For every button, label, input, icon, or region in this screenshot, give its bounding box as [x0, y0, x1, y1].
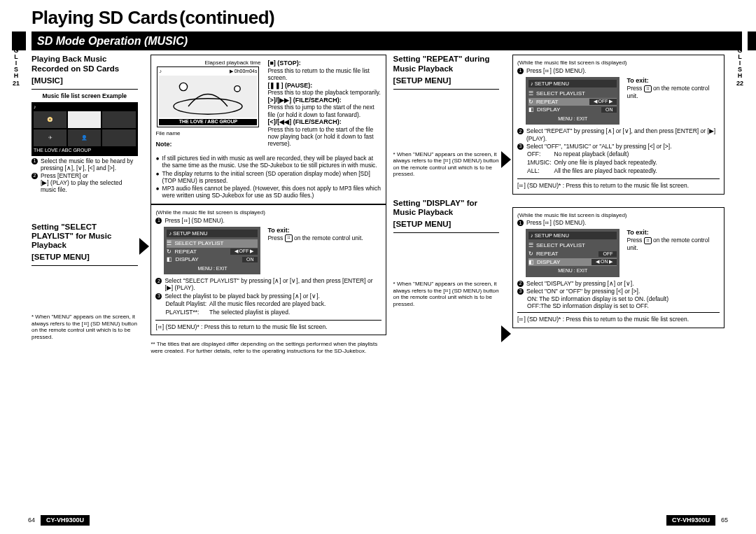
- step-text: Press [⠶] (SD MENU).: [526, 219, 586, 226]
- menu-footnote: * When "MENU" appears on the screen, it …: [31, 314, 138, 340]
- btn-stop: [■] (STOP):: [267, 59, 381, 67]
- to-exit-label: To exit:: [626, 229, 720, 237]
- step-text: Select "REPEAT" by pressing [∧] or [∨], …: [526, 127, 720, 141]
- to-exit-label: To exit:: [267, 227, 363, 234]
- step-text: Select "OFF", "1MUSIC" or "ALL" by press…: [526, 143, 672, 150]
- btn-back: [<]/[◀◀] (FILE/SEARCH):: [267, 118, 381, 126]
- thumb: [102, 129, 135, 146]
- step-text: Select the playlist to be played back by…: [164, 293, 319, 300]
- arrow-icon: [139, 238, 149, 255]
- to-exit-text: Press ⠶ on the remote control unit.: [267, 234, 363, 242]
- step-text: Select the music file to be heard by pre…: [41, 157, 138, 171]
- heading-playback: Playing Back Music Recorded on SD Cards: [31, 55, 138, 73]
- thumb: ✈: [34, 129, 66, 146]
- model-badge: CY-VH9300U: [41, 515, 90, 526]
- section-bar: SD Mode Operation (MUSIC): [31, 31, 742, 50]
- context-note: (While the music file list screen is dis…: [517, 59, 720, 66]
- heading-display: Setting "DISPLAY" for Music Playback: [393, 199, 500, 217]
- to-exit-text: Press ⠶ on the remote control unit.: [626, 237, 720, 251]
- return-note: [⠶] (SD MENU)* : Press this to return to…: [517, 316, 720, 323]
- label-elapsed: Elapsed playback time: [155, 59, 260, 66]
- to-exit-text: Press ⠶ on the remote control unit.: [626, 85, 720, 99]
- heading-playback-tag: [MUSIC]: [31, 76, 138, 86]
- step-text: Select "ON" or "OFF" by pressing [<] or …: [526, 288, 640, 295]
- thumb: 📀: [34, 111, 66, 128]
- svg-point-2: [234, 86, 240, 92]
- model-badge: CY-VH9300U: [666, 515, 715, 526]
- step-text: Select "SELECT PLAYLIST" by pressing [∧]…: [164, 277, 381, 291]
- context-note: (While the music file list screen is dis…: [155, 209, 381, 216]
- menu-footnote: * When "MENU" appears on the screen, it …: [393, 281, 500, 307]
- setup-menu-screen: ♪ SETUP MENU ☰SELECT PLAYLIST ↻REPEAT◀ O…: [164, 227, 260, 274]
- context-note: (While the music file list screen is dis…: [517, 212, 720, 219]
- step-text: Press [ENTER] or[▶] (PLAY) to play the s…: [41, 172, 138, 194]
- page-title: Playing SD Cards (continued): [31, 7, 742, 29]
- thumb: [68, 111, 101, 128]
- heading-select-playlist-tag: [SETUP MENU]: [31, 253, 138, 262]
- btn-fwd: [>]/[▶▶] (FILE/SEARCH):: [267, 97, 381, 104]
- step-text: Press [⠶] (SD MENU).: [526, 67, 586, 74]
- now-playing-screen: ♪▶ 0h00m04s THE LOVE / ABC GROUP: [157, 66, 259, 127]
- svg-point-0: [174, 99, 242, 114]
- return-note: [⠶] (SD MENU)* : Press this to return to…: [155, 323, 381, 330]
- page-number-right: 65: [721, 517, 728, 524]
- arrow-icon: [501, 325, 511, 342]
- footnote: ** The titles that are displayed differ …: [150, 341, 386, 354]
- to-exit-label: To exit:: [626, 77, 720, 85]
- btn-pause: [❚❚] (PAUSE):: [267, 82, 381, 90]
- step-text: Press [⠶] (SD MENU).: [164, 217, 224, 224]
- svg-point-1: [180, 83, 188, 91]
- file-list-screen: ♪ 📀 ✈ 👤 THE LOVE / ABC GROUP: [31, 102, 138, 156]
- thumb: [102, 111, 135, 128]
- heading-repeat-tag: [SETUP MENU]: [393, 76, 500, 86]
- thumb: 👤: [68, 129, 101, 146]
- note-heading: Note:: [155, 141, 260, 148]
- example-label: Music file list screen Example: [31, 92, 138, 99]
- return-note: [⠶] (SD MENU)* : Press this to return to…: [517, 182, 720, 189]
- page-number-left: 64: [28, 517, 35, 524]
- setup-menu-screen: ♪ SETUP MENU ☰SELECT PLAYLIST ↻REPEATOFF…: [526, 229, 620, 276]
- menu-footnote: * When "MENU" appears on the screen, it …: [393, 151, 500, 178]
- arrow-icon: [501, 151, 511, 168]
- heading-repeat: Setting "REPEAT" during Music Playback: [393, 55, 500, 73]
- heading-display-tag: [SETUP MENU]: [393, 220, 500, 230]
- step-text: Select "DISPLAY" by pressing [∧] or [∨].: [526, 280, 634, 287]
- label-filename: File name: [155, 130, 260, 137]
- heading-select-playlist: Setting "SELECT PLAYLIST" for Music Play…: [31, 223, 138, 251]
- setup-menu-screen: ♪ SETUP MENU ☰SELECT PLAYLIST ↻REPEAT◀ O…: [526, 77, 620, 125]
